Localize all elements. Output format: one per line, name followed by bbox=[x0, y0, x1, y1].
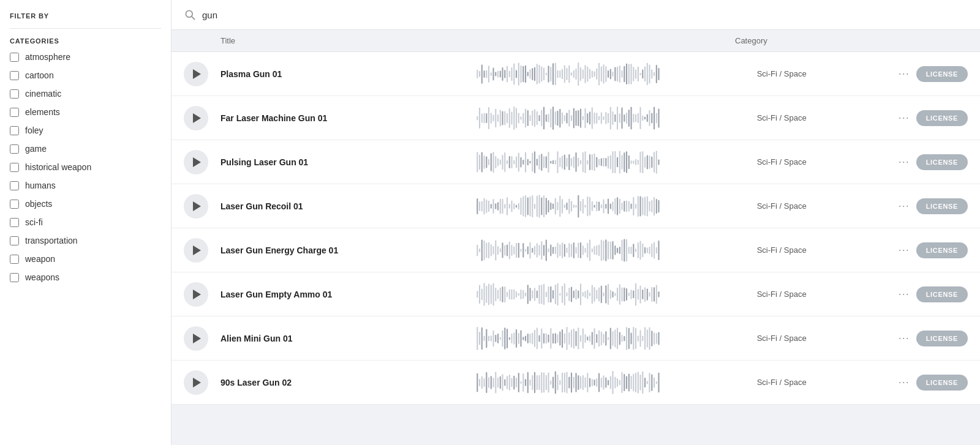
svg-rect-513 bbox=[548, 334, 549, 342]
more-options-button[interactable]: ··· bbox=[892, 288, 916, 301]
category-label-objects: objects bbox=[25, 199, 52, 209]
svg-rect-107 bbox=[534, 109, 535, 127]
more-options-button[interactable]: ··· bbox=[892, 155, 916, 168]
svg-rect-564 bbox=[481, 376, 483, 389]
checkbox-foley[interactable] bbox=[10, 126, 19, 135]
category-item-game[interactable]: game bbox=[10, 144, 161, 154]
svg-rect-118 bbox=[559, 108, 560, 127]
svg-rect-498 bbox=[513, 332, 514, 345]
more-options-button[interactable]: ··· bbox=[892, 111, 916, 124]
play-button-3[interactable] bbox=[184, 194, 208, 219]
play-button-1[interactable] bbox=[184, 106, 208, 130]
more-options-button[interactable]: ··· bbox=[892, 376, 916, 389]
category-item-weapon[interactable]: weapon bbox=[10, 254, 161, 264]
svg-rect-11 bbox=[497, 70, 499, 77]
license-button[interactable]: LICENSE bbox=[916, 242, 968, 258]
svg-rect-291 bbox=[589, 196, 590, 215]
more-options-button[interactable]: ··· bbox=[892, 244, 916, 256]
license-button[interactable]: LICENSE bbox=[916, 66, 968, 82]
svg-rect-224 bbox=[619, 151, 620, 173]
play-button-6[interactable] bbox=[184, 326, 208, 351]
svg-rect-215 bbox=[598, 159, 600, 165]
checkbox-historical-weapon[interactable] bbox=[10, 163, 19, 172]
category-item-atmosphere[interactable]: atmosphere bbox=[10, 52, 161, 62]
play-button-2[interactable] bbox=[184, 150, 208, 174]
checkbox-atmosphere[interactable] bbox=[10, 53, 19, 62]
svg-rect-50 bbox=[587, 66, 588, 81]
svg-rect-31 bbox=[543, 67, 545, 80]
svg-rect-82 bbox=[477, 116, 478, 120]
svg-rect-545 bbox=[621, 335, 622, 342]
svg-rect-289 bbox=[584, 204, 586, 208]
svg-rect-197 bbox=[557, 151, 558, 173]
svg-rect-218 bbox=[605, 158, 606, 166]
license-button[interactable]: LICENSE bbox=[916, 198, 968, 214]
play-button-4[interactable] bbox=[184, 238, 208, 263]
svg-rect-519 bbox=[562, 329, 563, 347]
track-category: Sci-Fi / Space bbox=[757, 69, 892, 78]
svg-rect-169 bbox=[492, 151, 494, 172]
svg-rect-267 bbox=[534, 203, 535, 208]
svg-rect-349 bbox=[538, 245, 540, 255]
category-item-sci-fi[interactable]: sci-fi bbox=[10, 217, 161, 227]
search-input[interactable] bbox=[202, 10, 968, 20]
svg-rect-509 bbox=[538, 335, 540, 342]
svg-rect-158 bbox=[651, 113, 652, 123]
svg-rect-592 bbox=[546, 375, 547, 390]
svg-rect-554 bbox=[642, 335, 643, 341]
play-button-0[interactable] bbox=[184, 62, 208, 86]
category-item-cartoon[interactable]: cartoon bbox=[10, 70, 161, 80]
svg-rect-444 bbox=[573, 290, 575, 297]
svg-rect-335 bbox=[507, 244, 508, 256]
checkbox-transportation[interactable] bbox=[10, 236, 19, 245]
more-options-button[interactable]: ··· bbox=[892, 332, 916, 345]
category-item-cinematic[interactable]: cinematic bbox=[10, 89, 161, 99]
checkbox-sci-fi[interactable] bbox=[10, 218, 19, 227]
category-item-elements[interactable]: elements bbox=[10, 107, 161, 117]
more-options-button[interactable]: ··· bbox=[892, 200, 916, 212]
more-options-button[interactable]: ··· bbox=[892, 67, 916, 80]
category-item-weapons[interactable]: weapons bbox=[10, 272, 161, 282]
license-button[interactable]: LICENSE bbox=[916, 286, 968, 302]
checkbox-elements[interactable] bbox=[10, 108, 19, 117]
category-item-humans[interactable]: humans bbox=[10, 181, 161, 190]
category-item-objects[interactable]: objects bbox=[10, 199, 161, 209]
checkbox-cinematic[interactable] bbox=[10, 89, 19, 99]
license-button[interactable]: LICENSE bbox=[916, 331, 968, 346]
category-label-cinematic: cinematic bbox=[25, 89, 61, 99]
svg-rect-581 bbox=[520, 381, 521, 384]
svg-rect-588 bbox=[537, 375, 538, 389]
svg-rect-164 bbox=[481, 152, 483, 172]
license-button[interactable]: LICENSE bbox=[916, 110, 968, 126]
track-category: Sci-Fi / Space bbox=[757, 113, 892, 122]
checkbox-objects[interactable] bbox=[10, 200, 19, 209]
play-button-5[interactable] bbox=[184, 282, 208, 307]
checkbox-weapon[interactable] bbox=[10, 255, 19, 264]
svg-rect-265 bbox=[529, 196, 530, 216]
category-item-foley[interactable]: foley bbox=[10, 125, 161, 135]
category-item-historical-weapon[interactable]: historical weapon bbox=[10, 162, 161, 172]
svg-rect-359 bbox=[562, 242, 563, 258]
svg-rect-378 bbox=[605, 239, 606, 261]
svg-rect-49 bbox=[584, 65, 586, 83]
checkbox-weapons[interactable] bbox=[10, 273, 19, 282]
checkbox-cartoon[interactable] bbox=[10, 71, 19, 80]
checkbox-humans[interactable] bbox=[10, 181, 19, 190]
svg-rect-43 bbox=[571, 72, 572, 76]
svg-rect-261 bbox=[520, 198, 521, 215]
play-icon bbox=[193, 290, 201, 299]
checkbox-game[interactable] bbox=[10, 144, 19, 154]
svg-rect-452 bbox=[592, 285, 593, 304]
play-icon bbox=[193, 245, 201, 255]
svg-rect-515 bbox=[552, 333, 554, 343]
svg-rect-239 bbox=[654, 152, 655, 173]
category-item-transportation[interactable]: transportation bbox=[10, 236, 161, 245]
svg-rect-586 bbox=[532, 375, 533, 389]
svg-rect-598 bbox=[559, 380, 560, 385]
svg-rect-450 bbox=[587, 290, 588, 299]
play-button-7[interactable] bbox=[184, 370, 208, 395]
svg-rect-462 bbox=[614, 293, 616, 296]
license-button[interactable]: LICENSE bbox=[916, 154, 968, 170]
svg-rect-351 bbox=[543, 245, 545, 256]
license-button[interactable]: LICENSE bbox=[916, 375, 968, 391]
